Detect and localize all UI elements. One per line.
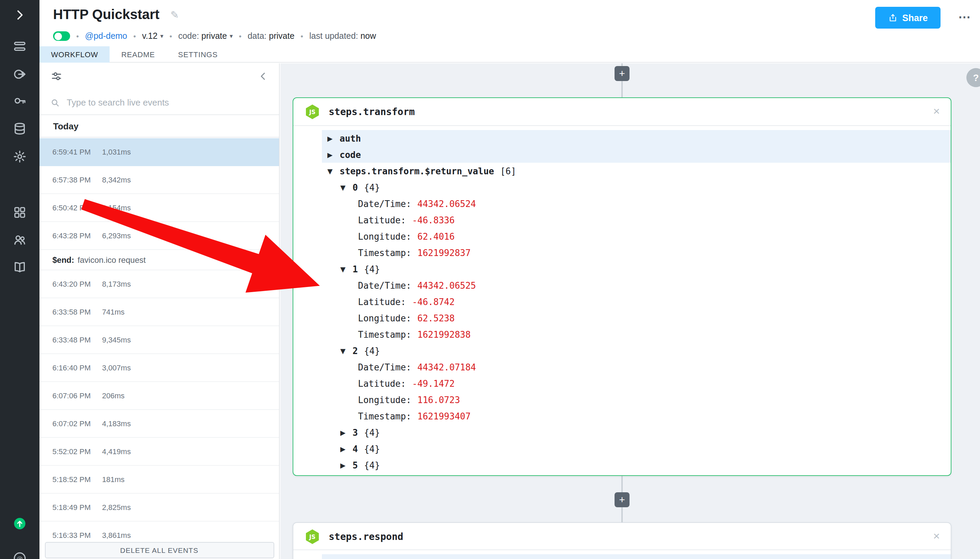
array-item-node-row[interactable]: ▶5{4} [322, 457, 951, 473]
collapsed-node-row[interactable]: ▶auth [322, 554, 951, 559]
event-duration: 181ms [102, 475, 125, 483]
step-card-respond[interactable]: JS steps.respond × ▶auth [293, 522, 952, 559]
field-key: Latitude: [358, 296, 406, 307]
separator-dot: • [170, 32, 172, 40]
docs-book-icon[interactable] [0, 257, 40, 276]
field-row: Latitude:-49.1472 [322, 375, 951, 392]
event-list-item[interactable]: 6:43:20 PM 8,173ms [40, 270, 279, 298]
collapsed-node-row[interactable]: ▶code [322, 146, 951, 163]
apps-grid-icon[interactable] [0, 203, 40, 222]
event-list-item[interactable]: 6:50:42 PM 9,154ms [40, 194, 279, 222]
array-item-node-row[interactable]: ▼2{4} [322, 342, 951, 359]
observation-tree: ▶auth [293, 550, 951, 559]
workflows-icon[interactable] [0, 37, 40, 56]
expand-sidebar-button[interactable] [0, 5, 40, 25]
event-time: 6:33:48 PM [53, 336, 102, 344]
event-list-item[interactable]: 6:33:58 PM 741ms [40, 298, 279, 326]
filter-icon[interactable] [50, 70, 63, 83]
event-duration: 8,342ms [102, 176, 131, 184]
event-list-item[interactable]: 5:52:02 PM 4,419ms [40, 438, 279, 466]
field-key: Longitude: [358, 231, 411, 241]
event-list-item[interactable]: 5:18:52 PM 181ms [40, 466, 279, 494]
event-duration: 1,031ms [102, 148, 131, 156]
code-visibility-dropdown[interactable]: private [201, 31, 227, 41]
tab[interactable]: SETTINGS [167, 46, 229, 63]
last-updated-label: last updated: [309, 31, 358, 41]
step-card-transform[interactable]: JS steps.transform × ▶auth ▶code ▼steps.… [293, 98, 952, 476]
array-item-node-row[interactable]: ▼1{4} [322, 261, 951, 277]
separator-dot: • [76, 32, 79, 40]
share-button[interactable]: Share [875, 7, 940, 28]
field-value: 1621993407 [417, 411, 471, 421]
array-item-node-row[interactable]: ▶4{4} [322, 440, 951, 457]
step-card-header[interactable]: JS steps.transform × [293, 98, 951, 126]
field-value: -49.1472 [412, 378, 455, 389]
field-row: Longitude:62.4016 [322, 228, 951, 245]
search-icon [50, 98, 60, 107]
field-key: Timestamp: [358, 329, 411, 339]
close-icon[interactable]: × [933, 529, 940, 543]
event-list-item[interactable]: $end:favicon.ico request [40, 250, 279, 270]
item-size: {4} [364, 443, 380, 454]
close-icon[interactable]: × [933, 105, 940, 119]
array-length: [6] [500, 166, 516, 176]
item-index: 0 [353, 182, 358, 192]
triangle-icon: ▼ [340, 265, 349, 273]
event-list-item[interactable]: 5:18:49 PM 2,825ms [40, 494, 279, 521]
data-icon[interactable] [0, 119, 40, 138]
event-list-item[interactable]: 6:43:28 PM 6,293ms [40, 222, 279, 250]
event-time: 6:43:28 PM [53, 232, 102, 240]
search-input[interactable] [67, 98, 268, 108]
more-options-button[interactable]: ⋯ [958, 10, 970, 25]
support-at-icon[interactable]: @ [0, 549, 40, 559]
delete-all-events-button[interactable]: DELETE ALL EVENTS [45, 542, 274, 558]
nodejs-icon: JS [304, 528, 320, 544]
workflow-canvas: + + JS steps.transform × ▶auth ▶code [280, 63, 980, 559]
edit-title-icon[interactable]: ✎ [170, 8, 179, 21]
chevron-down-icon: ▾ [160, 33, 163, 40]
event-sources-icon[interactable] [0, 64, 40, 84]
share-label: Share [902, 13, 927, 23]
help-button[interactable]: ? [967, 68, 980, 87]
settings-gear-icon[interactable] [0, 147, 40, 166]
version-dropdown[interactable]: v.12 [142, 31, 158, 41]
event-list-item[interactable]: 6:07:06 PM 206ms [40, 382, 279, 410]
node-label: code [340, 149, 361, 160]
array-item-node-row[interactable]: ▼0{4} [322, 179, 951, 195]
collapsed-node-row[interactable]: ▶auth [322, 130, 951, 146]
event-list-item[interactable]: 6:57:38 PM 8,342ms [40, 166, 279, 194]
event-duration: 8,173ms [102, 280, 131, 288]
step-card-header[interactable]: JS steps.respond × [293, 523, 951, 550]
tab[interactable]: WORKFLOW [40, 46, 110, 63]
step-title: steps.respond [329, 531, 403, 542]
separator-dot: • [300, 32, 303, 40]
event-list-item[interactable]: 6:33:48 PM 9,345ms [40, 326, 279, 354]
event-time: 6:16:40 PM [53, 364, 102, 372]
key-icon[interactable] [0, 91, 40, 110]
separator-dot: • [134, 32, 136, 40]
add-step-button[interactable]: + [615, 66, 630, 81]
event-time: 5:18:49 PM [53, 503, 102, 511]
upgrade-icon[interactable] [0, 514, 40, 533]
observation-tree: ▶auth ▶code ▼steps.transform.$return_val… [293, 126, 951, 473]
array-item-node-row[interactable]: ▶3{4} [322, 424, 951, 440]
svg-text:JS: JS [309, 109, 316, 116]
return-value-node-row[interactable]: ▼steps.transform.$return_value[6] [322, 163, 951, 179]
owner-link[interactable]: @pd-demo [85, 31, 127, 41]
community-icon[interactable] [0, 230, 40, 249]
event-time: 6:43:20 PM [53, 280, 102, 288]
share-icon [888, 13, 898, 23]
deploy-toggle[interactable] [53, 31, 70, 41]
event-list-item[interactable]: 5:16:33 PM 3,861ms [40, 521, 279, 541]
events-panel: Today 6:59:41 PM 1,031ms 6:57:38 PM 8,34… [40, 63, 280, 559]
add-step-button[interactable]: + [615, 492, 630, 507]
event-time: 5:18:52 PM [53, 475, 102, 483]
event-time: 6:33:58 PM [53, 308, 102, 316]
tab[interactable]: README [110, 46, 167, 63]
event-list-item[interactable]: 6:07:02 PM 4,183ms [40, 410, 279, 438]
event-duration: 4,183ms [102, 419, 131, 428]
event-list-item[interactable]: 6:16:40 PM 3,007ms [40, 354, 279, 382]
collapse-panel-icon[interactable] [257, 70, 269, 83]
node-label: steps.transform.$return_value [340, 166, 494, 176]
event-list-item[interactable]: 6:59:41 PM 1,031ms [40, 138, 279, 166]
